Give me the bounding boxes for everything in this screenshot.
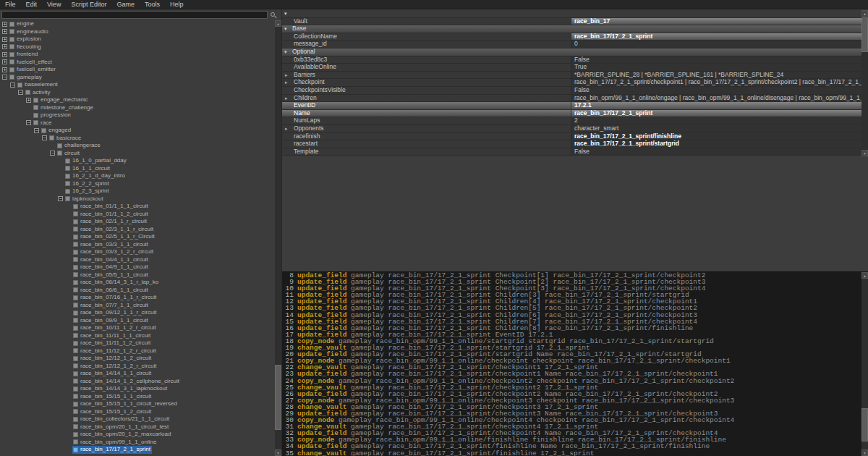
tree-scrollbar-thumb[interactable]: [275, 365, 281, 430]
property-value[interactable]: False: [571, 148, 861, 156]
property-value[interactable]: race_bin_17/17_2_1_sprint: [571, 110, 861, 117]
tree-item-frontend[interactable]: +frontend: [0, 51, 275, 59]
property-name[interactable]: racestart: [282, 140, 571, 148]
expand-icon[interactable]: +: [2, 52, 7, 57]
collapse-chevron-icon[interactable]: ▾: [284, 10, 287, 17]
console-scrollbar[interactable]: ▲ ▼: [861, 272, 868, 456]
tree-item-race-bin-09-12-1-1-r-circuit[interactable]: race_bin_09/12_1_1_r_circuit: [0, 309, 275, 317]
expand-chevron-icon[interactable]: ▸: [285, 79, 288, 86]
tree-item-race-bin-15-15-1-2-circuit[interactable]: race_bin_15/15_1_2_circuit: [0, 408, 275, 416]
property-scrollbar[interactable]: ▲ ▼: [861, 10, 868, 156]
property-name[interactable]: ▸Opponents: [282, 125, 571, 132]
tree-item-race-bin-17-17-2-1-sprint[interactable]: race_bin_17/17_2_1_sprint: [0, 446, 275, 454]
tree-item-16-1-0-partial-dday[interactable]: 16_1_0_partial_dday: [0, 157, 275, 165]
tree-item-race-bin-09-9-1-1-circuit[interactable]: race_bin_09/9_1_1_circuit: [0, 317, 275, 325]
collapse-icon[interactable]: −: [42, 135, 47, 140]
expand-icon[interactable]: +: [26, 98, 31, 103]
tree-item-race-bin-07-16-1-1-r-circuit[interactable]: race_bin_07/16_1_1_r_circuit: [0, 294, 275, 302]
collapse-icon[interactable]: −: [2, 75, 7, 80]
menu-item-game[interactable]: Game: [111, 0, 140, 9]
collapse-icon[interactable]: −: [58, 196, 63, 201]
tree-item-race-bin-11-11-1-2-circuit[interactable]: race_bin_11/11_1_2_circuit: [0, 339, 275, 347]
property-value[interactable]: race_bin_17/17_2_1_sprint/startgrid: [571, 140, 861, 148]
tree-item-race-bin-15-15-1-1-circuit[interactable]: race_bin_15/15_1_1_circuit: [0, 393, 275, 401]
tree-item-race-bin-11-11-1-1-circuit[interactable]: race_bin_11/11_1_1_circuit: [0, 332, 275, 340]
expand-chevron-icon[interactable]: ▸: [285, 125, 288, 132]
tree-item-race-bin-03-3-1-2-r-circuit[interactable]: race_bin_03/3_1_2_r_circuit: [0, 248, 275, 256]
tree-item-fiecooling[interactable]: +fiecooling: [0, 43, 275, 51]
tree-item-explosion[interactable]: +explosion: [0, 35, 275, 43]
property-name[interactable]: CollectionName: [282, 33, 571, 41]
collapse-icon[interactable]: −: [18, 90, 23, 95]
tree-item-race-bin-01-1-1-2-circuit[interactable]: race_bin_01/1_1_2_circuit: [0, 211, 275, 219]
tree-item-16-2-3-sprint[interactable]: 16_2_3_sprint: [0, 187, 275, 195]
property-name[interactable]: ▸Children: [282, 95, 571, 102]
collapse-icon[interactable]: −: [10, 83, 15, 88]
tree-item-race-bin-05-5-1-1-circuit[interactable]: race_bin_05/5_1_1_circuit: [0, 271, 275, 279]
expand-icon[interactable]: +: [2, 22, 7, 27]
tree-item-race-bin-14-14-1-1-circuit[interactable]: race_bin_14/14_1_1_circuit: [0, 370, 275, 378]
tree-item-race-bin-15-15-1-1-circuit-reversed[interactable]: race_bin_15/15_1_1_circuit_reversed: [0, 400, 275, 408]
tree-item-race-bin-opm-20-1-2-maxcarload[interactable]: race_bin_opm/20_1_2_maxcarload: [0, 431, 275, 439]
property-value[interactable]: 17.2.1: [571, 102, 861, 109]
scroll-up-icon[interactable]: ▲: [275, 20, 281, 27]
tree-item-race-bin-01-1-1-1-circuit[interactable]: race_bin_01/1_1_1_circuit: [0, 203, 275, 211]
property-root-row[interactable]: ▾: [282, 10, 861, 18]
menu-item-tools[interactable]: Tools: [140, 0, 165, 9]
property-value[interactable]: character_smart: [571, 125, 861, 132]
scroll-down-icon[interactable]: ▼: [861, 449, 868, 456]
property-name[interactable]: Template: [282, 148, 571, 156]
property-value[interactable]: race_bin_17: [571, 18, 861, 25]
property-name[interactable]: CheckpointsVisible: [282, 87, 571, 94]
tree-item-16-1-1-circuit[interactable]: 16_1_1_circuit: [0, 165, 275, 173]
tree-item-milestone-challenge[interactable]: milestone_challenge: [0, 104, 275, 112]
tree-item-16-2-1-d-day-intro[interactable]: 16_2_1_d_day_intro: [0, 172, 275, 180]
property-name[interactable]: EventID: [282, 102, 571, 109]
property-name[interactable]: NumLaps: [282, 117, 571, 124]
console-scrollbar-thumb[interactable]: [861, 408, 868, 442]
menu-item-file[interactable]: File: [0, 0, 21, 9]
menu-item-help[interactable]: Help: [165, 0, 189, 9]
tree-item-engineaudio[interactable]: +engineaudio: [0, 28, 275, 36]
menu-item-script-editor[interactable]: Script Editor: [66, 0, 111, 9]
property-name[interactable]: 0xb33ed8c3: [282, 56, 571, 64]
tree-item-fuelcell-emitter[interactable]: +fuelcell_emitter: [0, 66, 275, 74]
tree-item-race-bin-02-1-1-r-circuit[interactable]: race_bin_02/1_1_r_circuit: [0, 218, 275, 226]
tree-item-activity[interactable]: −activity: [0, 89, 275, 97]
property-value[interactable]: race_bin_opm/99_1_1_online/engage | race…: [571, 95, 861, 102]
collapse-icon[interactable]: −: [50, 151, 55, 156]
property-value[interactable]: False: [571, 56, 861, 64]
tree-item-lapknockout[interactable]: −lapknockout: [0, 195, 275, 203]
property-name[interactable]: ▸Checkpoint: [282, 79, 571, 86]
tree-item-basicrace[interactable]: −basicrace: [0, 135, 275, 143]
property-scrollbar-thumb[interactable]: [861, 17, 868, 52]
tree-item-race-bin-10-11-1-2-r-circuit[interactable]: race_bin_10/11_1_2_r_circuit: [0, 324, 275, 332]
menu-item-view[interactable]: View: [42, 0, 66, 9]
tree-item-race-bin-02-5-1-1-r-circuit[interactable]: race_bin_02/5_1_1_r_Circuit: [0, 233, 275, 241]
tree-item-race-bin-07-7-1-1-circuit[interactable]: race_bin_07/7_1_1_circuit: [0, 302, 275, 310]
property-value[interactable]: False: [571, 87, 861, 94]
scroll-up-icon[interactable]: ▲: [861, 272, 868, 279]
expand-chevron-icon[interactable]: ▸: [285, 95, 288, 102]
property-name[interactable]: Name: [282, 110, 571, 117]
tree-item-race-bin-collectors-21-1-1-circuit[interactable]: race_bin_collectors/21_1_1_circuit: [0, 415, 275, 423]
tree-item-engage-mechanic[interactable]: +engage_mechanic: [0, 96, 275, 104]
tree-item-challengerace[interactable]: challengerace: [0, 142, 275, 150]
tree-item-race[interactable]: −race: [0, 119, 275, 127]
scroll-down-icon[interactable]: ▼: [275, 449, 281, 456]
property-value[interactable]: 2: [571, 117, 861, 124]
property-name[interactable]: racefinish: [282, 133, 571, 140]
expand-icon[interactable]: +: [2, 59, 7, 64]
property-category-base[interactable]: ▾Base: [282, 25, 861, 33]
collapse-chevron-icon[interactable]: ▾: [284, 48, 287, 56]
collapse-icon[interactable]: −: [34, 128, 39, 133]
property-name[interactable]: ▸Barriers: [282, 72, 571, 79]
property-name[interactable]: AvailableOnline: [282, 64, 571, 71]
tree-item-engine[interactable]: +engine: [0, 20, 275, 28]
tree-item-race-bin-11-12-1-2-r-circuit[interactable]: race_bin_11/12_1_2_r_circuit: [0, 347, 275, 355]
tree-item-16-2-2-sprint[interactable]: 16_2_2_sprint: [0, 180, 275, 188]
property-name[interactable]: Vault: [282, 18, 571, 25]
collapse-icon[interactable]: −: [26, 120, 31, 125]
collapse-chevron-icon[interactable]: ▾: [284, 25, 287, 33]
tree-item-race-bin-06-6-1-1-circuit[interactable]: race_bin_06/6_1_1_circuit: [0, 287, 275, 295]
